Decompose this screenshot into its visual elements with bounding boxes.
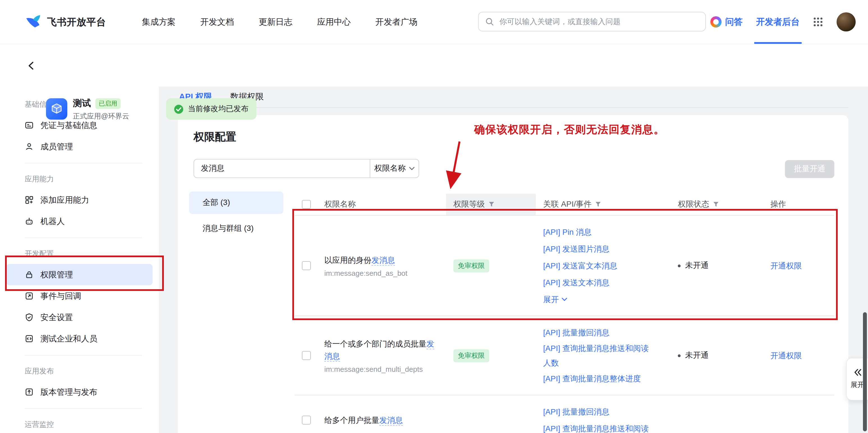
- chevron-down-icon: [562, 297, 567, 301]
- filter-funnel-icon[interactable]: [488, 201, 495, 208]
- select-all-checkbox[interactable]: [302, 200, 311, 209]
- sidebar-item-permissions[interactable]: 权限管理: [6, 264, 153, 285]
- row-checkbox[interactable]: [302, 261, 311, 270]
- release-icon: [25, 387, 34, 397]
- filter-funnel-icon[interactable]: [595, 201, 602, 208]
- sidebar-item-label: 凭证与基础信息: [40, 120, 97, 131]
- sidebar-divider: [25, 237, 142, 238]
- nav-link-app-center[interactable]: 应用中心: [317, 17, 351, 27]
- sidebar-divider: [25, 163, 142, 164]
- page-title: 权限配置: [193, 130, 236, 144]
- category-message-group[interactable]: 消息与群组 (3): [189, 217, 283, 240]
- sidebar-divider: [25, 355, 142, 355]
- publish-status-pill: 当前修改均已发布: [166, 98, 256, 120]
- permission-code: im:message:send_as_bot: [324, 269, 446, 278]
- sidebar-item-add-capability[interactable]: 添加应用能力: [0, 189, 159, 211]
- api-link[interactable]: [API] Pin 消息: [543, 224, 656, 240]
- column-status: 权限状态: [678, 199, 709, 209]
- check-circle-icon: [174, 104, 184, 114]
- sidebar-section-release: 应用发布: [0, 361, 159, 381]
- batch-enable-button[interactable]: 批量开通: [785, 160, 834, 178]
- api-link[interactable]: [API] 查询批量消息推送和阅读: [543, 420, 656, 433]
- nav-link-integration[interactable]: 集成方案: [142, 17, 176, 27]
- sidebar-item-members[interactable]: 成员管理: [0, 136, 159, 157]
- console-label: 开发者后台: [756, 16, 800, 28]
- sidebar-item-version[interactable]: 版本管理与发布: [0, 381, 159, 403]
- sidebar-item-bot[interactable]: 机器人: [0, 211, 159, 232]
- status-badge: 未开通: [678, 261, 763, 271]
- active-nav-underline: [754, 42, 802, 44]
- sidebar-section-capability: 应用能力: [0, 169, 159, 189]
- nav-links: 集成方案 开发文档 更新日志 应用中心 开发者广场: [142, 17, 417, 27]
- column-name: 权限名称: [324, 199, 356, 209]
- qa-link[interactable]: 问答: [710, 16, 743, 28]
- api-list: [API] Pin 消息 [API] 发送图片消息 [API] 发送富文本消息 …: [536, 224, 671, 308]
- vertical-scrollbar[interactable]: [863, 312, 867, 431]
- row-checkbox[interactable]: [302, 351, 311, 360]
- test-org-icon: [25, 334, 34, 343]
- enable-permission-link[interactable]: 开通权限: [770, 351, 802, 360]
- sidebar-item-label: 添加应用能力: [40, 195, 89, 205]
- app-subtitle: 正式应用@环界云: [73, 112, 129, 121]
- sidebar: 基础信息 凭证与基础信息 成员管理 应用能力 添加应用能力 机器人: [0, 86, 159, 433]
- sidebar-item-label: 版本管理与发布: [40, 387, 97, 397]
- api-link[interactable]: [API] 发送文本消息: [543, 274, 656, 291]
- api-link[interactable]: [API] 批量撤回消息: [543, 403, 656, 420]
- sidebar-item-test-org[interactable]: 测试企业和人员: [0, 328, 159, 349]
- sidebar-section-dev-config: 开发配置: [0, 244, 159, 264]
- expand-apis-link[interactable]: 展开: [543, 291, 656, 308]
- status-dot-icon: [678, 264, 681, 267]
- nav-link-docs[interactable]: 开发文档: [200, 17, 234, 27]
- permission-search-filter-select[interactable]: 权限名称: [370, 159, 419, 178]
- table-row: 给一个或多个部门的成员批量发消息 im:message:send_multi_d…: [294, 316, 834, 395]
- annotation-note: 确保该权限开启，否则无法回复消息。: [474, 122, 665, 137]
- api-link[interactable]: [API] 发送图片消息: [543, 240, 656, 257]
- permission-search-input[interactable]: [193, 159, 370, 178]
- back-button[interactable]: [26, 60, 37, 71]
- category-all[interactable]: 全部 (3): [189, 192, 283, 214]
- sidebar-item-events[interactable]: 事件与回调: [0, 285, 159, 307]
- sidebar-item-security[interactable]: 安全设置: [0, 307, 159, 328]
- filter-selected-value: 权限名称: [374, 164, 406, 174]
- enable-permission-link[interactable]: 开通权限: [770, 261, 802, 270]
- api-link[interactable]: [API] 查询批量消息推送和阅读人数: [543, 341, 656, 370]
- api-link[interactable]: [API] 批量撤回消息: [543, 324, 656, 341]
- column-level: 权限等级: [453, 199, 485, 209]
- global-search[interactable]: [478, 12, 706, 31]
- qa-icon: [710, 16, 721, 28]
- double-chevron-left-icon: [853, 368, 862, 376]
- sidebar-item-label: 事件与回调: [40, 291, 81, 301]
- row-checkbox[interactable]: [302, 415, 311, 425]
- chevron-down-icon: [409, 166, 415, 171]
- main-content: API 权限 数据权限 权限配置 权限名称 批量开通 全部 (3) 消息与群组 …: [159, 86, 868, 433]
- permission-icon: [25, 270, 34, 279]
- nav-link-dev-plaza[interactable]: 开发者广场: [375, 17, 417, 27]
- table-row: 给多个用户批量发消息 [API] 批量撤回消息 [API] 查询批量消息推送和阅…: [294, 395, 834, 433]
- permission-name: 以应用的身份发消息: [324, 254, 446, 266]
- api-link[interactable]: [API] 发送富文本消息: [543, 257, 656, 274]
- column-action: 操作: [770, 199, 786, 209]
- permission-name: 给一个或多个部门的成员批量发消息: [324, 338, 446, 362]
- top-nav: 飞书开放平台 集成方案 开发文档 更新日志 应用中心 开发者广场 问答 开发者后…: [0, 0, 868, 45]
- table-row: 以应用的身份发消息 im:message:send_as_bot 免审权限 [A…: [294, 216, 834, 316]
- brand-text: 飞书开放平台: [47, 16, 106, 28]
- security-icon: [25, 313, 34, 322]
- sidebar-section-monitor: 运营监控: [0, 414, 159, 433]
- nav-link-changelog[interactable]: 更新日志: [259, 17, 292, 27]
- api-link[interactable]: [API] 查询批量消息整体进度: [543, 370, 656, 387]
- sidebar-item-label: 成员管理: [40, 141, 73, 152]
- level-badge: 免审权限: [453, 259, 489, 272]
- column-apis: 关联 API/事件: [543, 199, 592, 209]
- permission-name-link[interactable]: 发消息: [371, 256, 395, 266]
- brand[interactable]: 飞书开放平台: [25, 13, 106, 30]
- user-avatar[interactable]: [837, 12, 856, 31]
- status-badge: 未开通: [678, 350, 763, 360]
- event-callback-icon: [25, 291, 34, 300]
- apps-grid-icon[interactable]: [813, 17, 823, 27]
- global-search-input[interactable]: [498, 17, 699, 26]
- permission-name-link[interactable]: 发消息: [379, 415, 403, 426]
- filter-funnel-icon[interactable]: [713, 201, 719, 208]
- robot-icon: [25, 217, 34, 226]
- table-header: 权限名称 权限等级 关联 API/事件 权限状态 操作: [294, 194, 834, 216]
- console-link[interactable]: 开发者后台: [756, 0, 800, 44]
